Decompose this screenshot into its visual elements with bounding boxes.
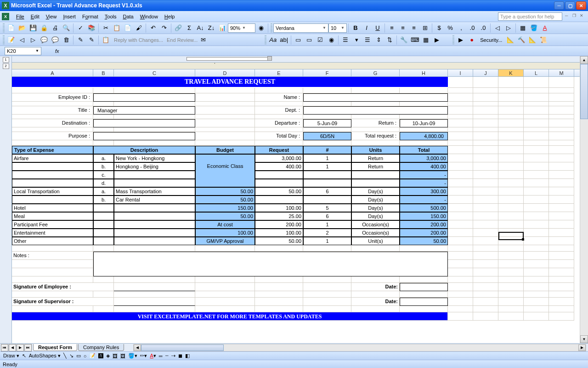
outline-level-1[interactable]: 1 [3,57,9,63]
security-text[interactable]: Security... [480,37,502,43]
table-cell[interactable] [255,179,303,187]
vertical-scrollbar[interactable]: ▲ ▼ [580,56,588,343]
macro-play-icon[interactable]: ▶ [456,35,466,45]
option-icon[interactable]: ◉ [326,35,336,45]
checkbox-icon[interactable]: ☑ [315,35,325,45]
table-cell[interactable] [93,220,114,229]
table-cell[interactable] [351,171,400,179]
table-cell[interactable] [351,179,400,187]
scroll-icon[interactable]: ⇕ [373,35,384,45]
undo-icon[interactable]: ↶ [148,23,158,33]
table-cell[interactable]: 50.00 [195,187,255,196]
table-cell[interactable]: 3,000.00 [400,154,448,162]
col-B[interactable]: B [93,69,114,76]
underline-icon[interactable]: U [373,23,383,33]
sort-desc-icon[interactable]: Z↓ [206,23,216,33]
table-cell[interactable] [114,179,195,187]
table-cell[interactable]: 1 [303,237,351,245]
group-box-icon[interactable]: ▭ [293,35,303,45]
split-handle[interactable] [267,56,272,61]
chart-icon[interactable]: 📊 [217,23,227,33]
table-cell[interactable]: c. [93,171,114,179]
table-cell[interactable]: 300.00 [400,187,448,196]
table-cell[interactable]: Economic Class [195,162,255,171]
align-right-icon[interactable]: ≡ [409,23,419,33]
redo-icon[interactable]: ↷ [159,23,169,33]
table-cell[interactable]: 1 [303,162,351,171]
arrow-style-icon[interactable]: ⇢ [171,353,175,359]
table-cell[interactable] [195,179,255,187]
table-cell[interactable] [12,179,93,187]
menu-insert[interactable]: Insert [60,12,79,21]
align-left-icon[interactable]: ≡ [387,23,397,33]
menu-help[interactable]: Help [161,12,178,21]
table-cell[interactable]: Other [12,237,93,245]
prev-comment-icon[interactable]: ◁ [17,35,27,45]
table-cell[interactable] [195,171,255,179]
table-cell[interactable]: 200.00 [255,220,303,229]
new-comment-icon[interactable]: 📝 [6,35,16,45]
close-button[interactable]: ✕ [576,1,586,10]
scroll-thumb-v[interactable] [580,64,588,119]
end-review-text[interactable]: End Review... [167,37,198,43]
delete-comment-icon[interactable]: 🗑 [61,35,71,45]
print-preview-icon[interactable]: 🔍 [61,23,71,33]
tab-nav-prev[interactable]: ◀ [9,344,16,351]
listbox-icon[interactable]: ☰ [340,35,351,45]
control-toolbox-icon[interactable]: 🔨 [516,35,526,45]
table-cell[interactable]: 50.00 [195,212,255,220]
draw-menu[interactable]: Draw ▾ [3,353,19,359]
vba-icon[interactable]: 📐 [505,35,515,45]
autosum-icon[interactable]: Σ [184,23,194,33]
table-cell[interactable]: 500.00 [400,204,448,212]
table-cell[interactable] [255,171,303,179]
table-cell[interactable] [93,229,114,237]
sheet-tab-company-rules[interactable]: Company Rules [78,344,124,351]
table-cell[interactable]: a. [93,187,114,196]
table-cell[interactable]: Day(s) [351,196,400,204]
new-icon[interactable]: 📄 [6,23,16,33]
col-M[interactable]: M [549,69,574,76]
autoshapes-menu[interactable]: AutoShapes ▾ [29,353,61,359]
return-input[interactable]: 10-Jun-09 [400,119,448,127]
table-cell[interactable]: Unit(s) [351,237,400,245]
table-cell[interactable] [114,171,195,179]
table-cell[interactable]: Mass Transportation [114,187,195,196]
table-cell[interactable]: Local Transportation [12,187,93,196]
spinner-icon[interactable]: ⇅ [384,35,395,45]
table-cell[interactable]: Airfare [12,154,93,162]
col-A[interactable]: A [12,69,93,76]
combination-icon[interactable]: ☰ [362,35,373,45]
sig-employee-line[interactable] [114,283,195,291]
table-cell[interactable]: Hongkong - Beijing [114,162,195,171]
table-cell[interactable] [93,204,114,212]
table-cell[interactable]: 150.00 [400,212,448,220]
doc-close-button[interactable]: ✕ [580,13,586,20]
label-icon[interactable]: Aa [268,35,278,45]
tab-nav-first[interactable]: ⏮ [1,344,8,351]
toggle-grid-icon[interactable]: ▦ [421,35,431,45]
table-cell[interactable]: 400.00 [400,162,448,171]
col-E[interactable]: E [255,69,303,76]
table-cell[interactable]: 6 [303,187,351,196]
hyperlink-icon[interactable]: 🔗 [173,23,183,33]
send-mail-icon[interactable]: ✉ [198,35,208,45]
table-cell[interactable]: Day(s) [351,212,400,220]
threed-icon[interactable]: ◧ [185,353,190,359]
col-C[interactable]: C [114,69,195,76]
line-color-icon[interactable]: ✏▾ [140,353,147,359]
table-cell[interactable]: Return [351,162,400,171]
format-painter-icon[interactable]: 🖌 [134,23,144,33]
spelling-icon[interactable]: ✓ [75,23,85,33]
table-cell[interactable]: 200.00 [400,229,448,237]
properties-icon[interactable]: 🔧 [399,35,409,45]
scroll-right-button[interactable]: ▶ [578,345,586,351]
shadow-icon[interactable]: ◼ [178,353,182,359]
borders-icon[interactable]: ▦ [518,23,528,33]
table-cell[interactable] [114,220,195,229]
run-icon[interactable]: ▶ [432,35,442,45]
name-box[interactable]: K20▼ [5,47,41,55]
save-icon[interactable]: 💾 [28,23,38,33]
table-cell[interactable]: - [400,171,448,179]
table-cell[interactable]: Participant Fee [12,220,93,229]
